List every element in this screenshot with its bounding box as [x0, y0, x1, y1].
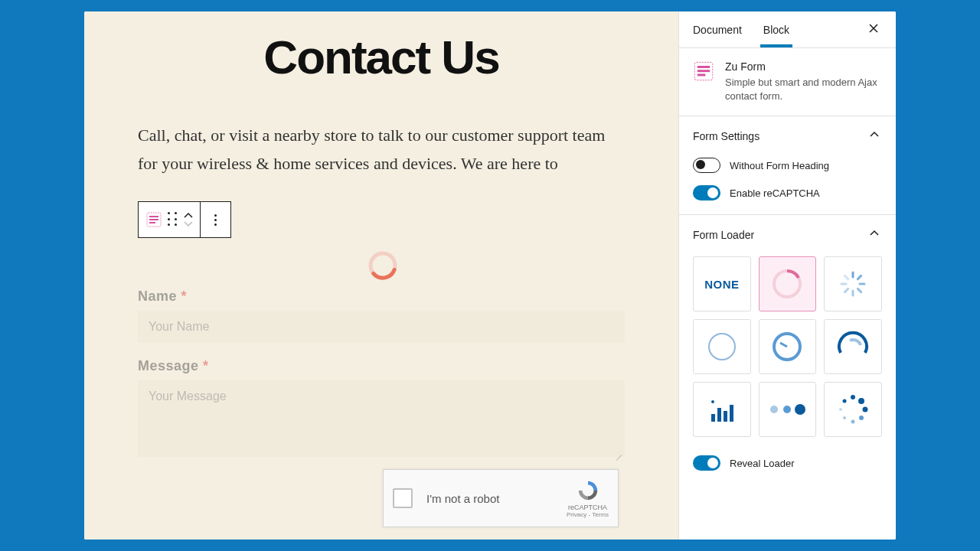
loader-option-spinner[interactable]: [824, 256, 882, 311]
svg-point-27: [783, 406, 791, 413]
loader-bars-icon: [705, 393, 739, 426]
loader-option-dotcircle[interactable]: [824, 382, 882, 437]
svg-rect-22: [717, 408, 721, 422]
form-settings-toggle[interactable]: Form Settings: [693, 127, 882, 145]
svg-rect-24: [730, 405, 733, 422]
intro-paragraph[interactable]: Call, chat, or visit a nearby store to t…: [138, 121, 625, 178]
svg-point-31: [863, 407, 868, 412]
contact-form: Name * Message *: [138, 289, 625, 460]
loader-circle-icon: [705, 330, 739, 364]
chevron-up-icon: [867, 127, 882, 145]
svg-point-26: [770, 406, 778, 413]
loader-option-arc[interactable]: [824, 319, 882, 374]
without-heading-toggle[interactable]: [693, 158, 720, 173]
svg-point-34: [843, 416, 846, 419]
recaptcha-checkbox[interactable]: [393, 488, 413, 508]
tab-document[interactable]: Document: [693, 13, 742, 47]
loader-option-dots[interactable]: [759, 382, 817, 437]
chevron-down-icon[interactable]: [183, 220, 194, 227]
loader-dots-icon: [766, 402, 808, 417]
settings-sidebar: Document Block Zu Form Simple but smart …: [678, 11, 896, 540]
tab-block[interactable]: Block: [763, 13, 789, 47]
svg-point-32: [859, 416, 864, 420]
block-type-button[interactable]: [139, 202, 201, 237]
loader-option-clock[interactable]: [759, 319, 817, 374]
enable-recaptcha-toggle[interactable]: [693, 185, 720, 201]
svg-point-33: [851, 420, 855, 424]
loader-dotcircle-icon: [836, 393, 870, 426]
block-toolbar: [138, 201, 231, 238]
svg-rect-6: [697, 66, 710, 68]
resize-handle-icon[interactable]: [614, 449, 622, 457]
svg-rect-1: [149, 216, 158, 217]
loader-options-grid: NONE: [693, 256, 882, 437]
svg-rect-3: [149, 222, 155, 223]
svg-rect-2: [149, 219, 158, 220]
svg-point-36: [843, 399, 847, 403]
close-sidebar-button[interactable]: [865, 18, 882, 41]
loader-preview-icon: [368, 250, 398, 281]
svg-point-30: [858, 398, 864, 404]
sidebar-tabs: Document Block: [679, 11, 896, 48]
without-heading-row: Without Form Heading: [693, 158, 882, 173]
zu-form-icon: [145, 210, 163, 229]
recaptcha-logo: reCAPTCHA Privacy - Terms: [567, 479, 609, 518]
svg-point-25: [711, 400, 714, 403]
move-arrows[interactable]: [183, 212, 194, 227]
loader-spinner-icon: [839, 270, 867, 298]
loader-option-ring[interactable]: [759, 256, 817, 311]
svg-point-28: [795, 404, 805, 415]
chevron-up-icon: [867, 226, 882, 244]
form-loader-panel: Form Loader NONE: [679, 215, 896, 484]
recaptcha-label: I'm not a robot: [426, 492, 499, 505]
svg-line-15: [845, 289, 848, 292]
message-label: Message *: [138, 358, 625, 374]
loader-clock-icon: [770, 330, 804, 364]
editor-canvas: Contact Us Call, chat, or visit a nearby…: [84, 11, 678, 540]
svg-line-17: [845, 276, 848, 279]
page-title[interactable]: Contact Us: [84, 30, 678, 84]
form-loader-toggle[interactable]: Form Loader: [693, 226, 882, 244]
svg-point-29: [851, 395, 855, 399]
block-header: Zu Form Simple but smart and modern Ajax…: [679, 48, 896, 116]
svg-line-13: [858, 289, 861, 292]
loader-option-circle[interactable]: [693, 319, 751, 374]
more-options-button[interactable]: [201, 202, 230, 237]
svg-point-35: [839, 408, 842, 411]
loader-arc-icon: [836, 330, 870, 364]
message-textarea[interactable]: [138, 380, 625, 457]
reveal-loader-toggle[interactable]: [693, 455, 720, 471]
loader-ring-icon: [770, 267, 804, 301]
svg-rect-23: [724, 411, 727, 422]
svg-rect-7: [697, 70, 710, 72]
svg-point-18: [709, 334, 735, 360]
svg-rect-8: [697, 74, 706, 77]
svg-rect-21: [711, 414, 715, 422]
more-vertical-icon: [207, 214, 224, 226]
block-description: Simple but smart and modern Ajax contact…: [725, 76, 882, 103]
loader-option-bars[interactable]: [693, 382, 751, 437]
svg-line-20: [780, 343, 787, 347]
enable-recaptcha-row: Enable reCAPTCHA: [693, 185, 882, 201]
name-label: Name *: [138, 289, 625, 305]
name-input[interactable]: [138, 311, 625, 343]
reveal-loader-row: Reveal Loader: [693, 455, 882, 471]
svg-line-11: [858, 276, 861, 279]
zu-form-icon: [693, 60, 714, 82]
recaptcha-widget: I'm not a robot reCAPTCHA Privacy - Term…: [383, 469, 619, 527]
close-icon: [868, 23, 879, 34]
form-settings-panel: Form Settings Without Form Heading Enabl…: [679, 116, 896, 215]
block-title: Zu Form: [725, 60, 882, 73]
chevron-up-icon[interactable]: [183, 212, 194, 219]
loader-option-none[interactable]: NONE: [693, 256, 751, 311]
drag-handle-icon[interactable]: [168, 212, 178, 227]
